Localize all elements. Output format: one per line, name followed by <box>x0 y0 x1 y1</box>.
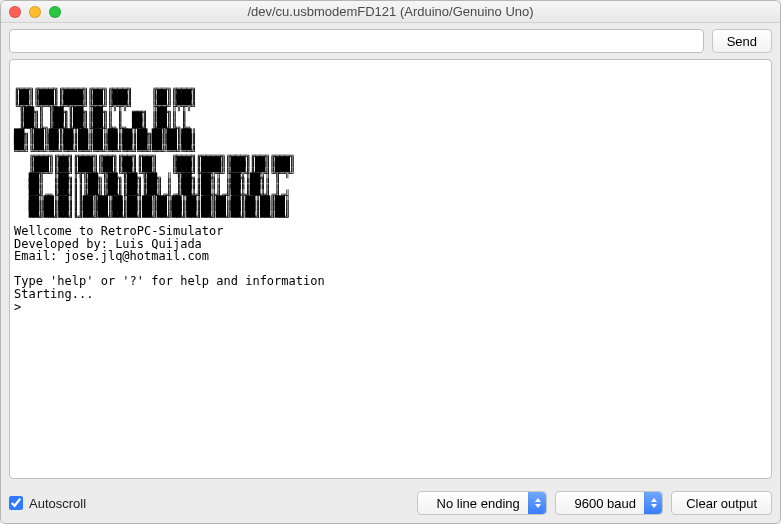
titlebar: /dev/cu.usbmodemFD121 (Arduino/Genuino U… <box>1 1 780 23</box>
autoscroll-label: Autoscroll <box>29 496 86 511</box>
autoscroll-toggle[interactable]: Autoscroll <box>9 496 86 511</box>
baud-select-wrap[interactable]: 9600 baud <box>555 491 663 515</box>
window-controls <box>9 6 61 18</box>
serial-output-text: ╔══╗╔═══╗╔════╗╔══╗╔═══╗ ╔══╗╔═══╗ ║██║║… <box>10 60 771 328</box>
clear-output-button[interactable]: Clear output <box>671 491 772 515</box>
send-toolbar: Send <box>1 23 780 59</box>
baud-select[interactable]: 9600 baud <box>555 491 663 515</box>
serial-input[interactable] <box>9 29 704 53</box>
status-bar: Autoscroll No line ending 9600 baud Clea… <box>1 485 780 523</box>
line-ending-select[interactable]: No line ending <box>417 491 547 515</box>
close-icon[interactable] <box>9 6 21 18</box>
send-button[interactable]: Send <box>712 29 772 53</box>
maximize-icon[interactable] <box>49 6 61 18</box>
serial-text-body: Wellcome to RetroPC-Simulator Developed … <box>14 224 325 314</box>
autoscroll-checkbox[interactable] <box>9 496 23 510</box>
minimize-icon[interactable] <box>29 6 41 18</box>
serial-output-panel[interactable]: ╔══╗╔═══╗╔════╗╔══╗╔═══╗ ╔══╗╔═══╗ ║██║║… <box>9 59 772 479</box>
window-title: /dev/cu.usbmodemFD121 (Arduino/Genuino U… <box>1 4 780 19</box>
line-ending-select-wrap[interactable]: No line ending <box>417 491 547 515</box>
ascii-banner: ╔══╗╔═══╗╔════╗╔══╗╔═══╗ ╔══╗╔═══╗ ║██║║… <box>14 87 767 221</box>
